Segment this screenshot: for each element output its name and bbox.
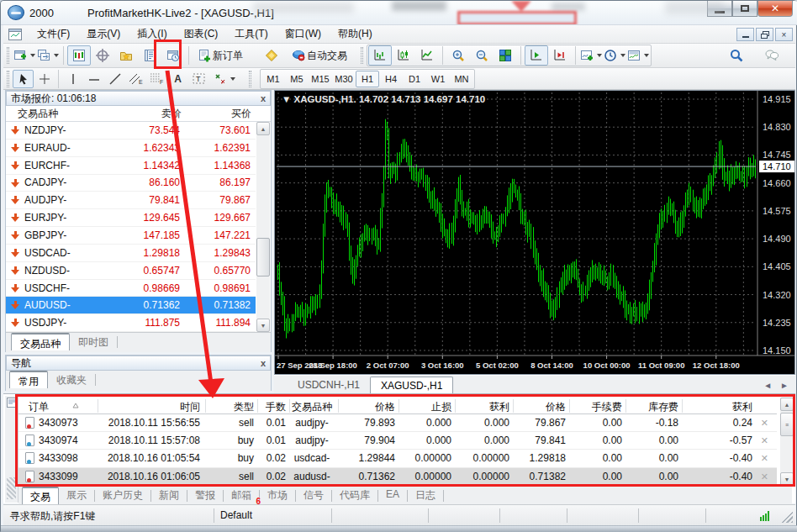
menu-item[interactable]: 工具(T): [226, 24, 276, 44]
equidistant-channel-button[interactable]: E: [125, 70, 146, 88]
new-order-button[interactable]: 新订单: [193, 45, 248, 66]
market-watch-row[interactable]: USDCHF-0.986690.98691: [6, 280, 256, 298]
tile-windows-button[interactable]: [494, 45, 517, 66]
market-watch-row[interactable]: GBPJPY-147.185147.221: [6, 227, 256, 245]
profiles-button[interactable]: [36, 45, 60, 66]
auto-scroll-button[interactable]: [525, 45, 548, 66]
market-watch-row[interactable]: NZDJPY-73.54473.601: [6, 122, 256, 140]
chat-button[interactable]: [760, 45, 784, 66]
terminal-tab-8[interactable]: 信号: [296, 487, 331, 504]
new-chart-button[interactable]: [13, 45, 36, 66]
crosshair-button[interactable]: [34, 70, 55, 88]
terminal-tab-11[interactable]: 日志: [408, 487, 443, 504]
timeframe-h1-button[interactable]: H1: [356, 71, 379, 87]
window-maximize-button[interactable]: [732, 1, 757, 17]
col-ask[interactable]: 买价: [231, 107, 251, 121]
mdi-restore-button[interactable]: [756, 28, 773, 41]
terminal-tab-2[interactable]: 展示: [59, 487, 94, 504]
trendline-button[interactable]: [104, 70, 125, 88]
terminal-tab-7[interactable]: 市场: [260, 487, 295, 504]
dropdown-arrow-icon[interactable]: [30, 54, 35, 57]
timeframe-m15-button[interactable]: M15: [309, 71, 332, 87]
chart-tab-2[interactable]: XAGUSD-,H1: [370, 377, 453, 393]
chart-tabs-scroll-left-icon[interactable]: ◄: [763, 381, 772, 390]
data-window-button[interactable]: [91, 45, 114, 66]
zoom-in-button[interactable]: [446, 45, 470, 66]
menu-item[interactable]: 帮助(H): [330, 24, 381, 44]
market-watch-row[interactable]: USDJPY-111.875111.894: [6, 314, 256, 332]
text-label-button[interactable]: T: [188, 70, 209, 88]
terminal-tab-1[interactable]: 交易: [22, 487, 59, 504]
cursor-button[interactable]: [13, 70, 34, 88]
horizontal-line-button[interactable]: [83, 70, 104, 88]
chart-bars-button[interactable]: [368, 45, 392, 66]
timeframe-m30-button[interactable]: M30: [332, 71, 356, 87]
indicators-button[interactable]: [579, 45, 603, 66]
market-watch-scrollbar[interactable]: ▲ ▼: [256, 122, 270, 332]
autotrading-button[interactable]: 自动交易: [287, 45, 352, 66]
market-watch-button[interactable]: [67, 45, 91, 66]
menu-item[interactable]: 文件(F): [29, 24, 78, 44]
chart-window[interactable]: 14.71014.91514.83014.74514.66014.57514.4…: [274, 90, 795, 375]
navigator-tab-1[interactable]: 常用: [9, 371, 48, 388]
col-symbol[interactable]: 交易品种: [18, 107, 58, 121]
search-button[interactable]: [725, 45, 748, 66]
scrollbar-thumb[interactable]: [256, 238, 270, 277]
timeframe-w1-button[interactable]: W1: [426, 71, 450, 87]
terminal-tab-9[interactable]: 代码库: [332, 487, 377, 504]
arrows-button[interactable]: [209, 70, 230, 88]
col-bid[interactable]: 卖价: [161, 107, 182, 121]
dropdown-arrow-icon[interactable]: [620, 54, 625, 57]
market-watch-row[interactable]: EURAUD-1.623431.62391: [6, 140, 256, 157]
text-button[interactable]: A: [167, 70, 188, 88]
mdi-close-button[interactable]: ×: [775, 28, 793, 41]
menu-item[interactable]: 图表(C): [176, 24, 227, 44]
timeframe-mn-button[interactable]: MN: [450, 71, 473, 87]
navigator-button[interactable]: [114, 45, 138, 66]
market-watch-row[interactable]: EURCHF-1.143421.14368: [6, 157, 256, 175]
market-watch-row[interactable]: NZDUSD-0.657470.65770: [6, 262, 256, 280]
scroll-down-icon[interactable]: ▼: [256, 319, 270, 332]
terminal-tab-6[interactable]: 邮箱6: [224, 487, 259, 504]
resize-grip[interactable]: [781, 511, 793, 523]
chart-candles-button[interactable]: [392, 45, 415, 66]
zoom-out-button[interactable]: [470, 45, 494, 66]
fibonacci-button[interactable]: F: [146, 70, 167, 88]
status-profile[interactable]: Default: [220, 509, 252, 521]
dropdown-arrow-icon[interactable]: [597, 54, 602, 57]
menu-item[interactable]: 显示(V): [78, 24, 129, 44]
terminal-tab-4[interactable]: 新闻: [151, 487, 187, 504]
chart-line-button[interactable]: [415, 45, 439, 66]
market-watch-row[interactable]: CADJPY-86.16086.197: [6, 175, 256, 192]
market-watch-row[interactable]: AUDJPY-79.84179.867: [6, 192, 256, 209]
market-watch-close-icon[interactable]: x: [261, 93, 266, 103]
scroll-up-icon[interactable]: ▲: [256, 122, 270, 135]
terminal-tab-5[interactable]: 警报: [187, 487, 223, 504]
market-watch-row[interactable]: EURJPY-129.645129.667: [6, 209, 256, 227]
market-watch-row[interactable]: AUDUSD-0.713620.71382: [6, 297, 256, 314]
timeframe-m5-button[interactable]: M5: [285, 71, 309, 87]
market-watch-row[interactable]: USDCAD-1.298181.29843: [6, 245, 256, 262]
vertical-line-button[interactable]: [62, 70, 83, 88]
navigator-close-icon[interactable]: x: [261, 358, 266, 368]
dropdown-arrow-icon[interactable]: [644, 54, 649, 57]
menu-item[interactable]: 窗口(W): [277, 24, 330, 44]
templates-button[interactable]: [626, 45, 650, 66]
timeframe-d1-button[interactable]: D1: [403, 71, 426, 87]
dropdown-arrow-icon[interactable]: [54, 54, 59, 57]
chart-shift-button[interactable]: [548, 45, 572, 66]
periods-button[interactable]: [603, 45, 626, 66]
chart-tab-1[interactable]: USDCNH-,H1: [288, 377, 370, 393]
market-watch-tab-2[interactable]: 即时图: [70, 333, 117, 350]
chart-tabs-scroll-right-icon[interactable]: ►: [780, 381, 789, 390]
mdi-minimize-button[interactable]: [736, 28, 754, 41]
terminal-tab-10[interactable]: EA: [378, 487, 407, 504]
window-close-button[interactable]: ✕: [757, 1, 793, 17]
navigator-tab-2[interactable]: 收藏夹: [48, 371, 95, 388]
metaeditor-button[interactable]: [260, 45, 283, 66]
dropdown-arrow-icon[interactable]: [230, 77, 235, 81]
market-watch-tab-1[interactable]: 交易品种: [11, 333, 70, 350]
timeframe-h4-button[interactable]: H4: [379, 71, 403, 87]
timeframe-m1-button[interactable]: M1: [261, 71, 285, 87]
terminal-tab-3[interactable]: 账户历史: [95, 487, 150, 504]
